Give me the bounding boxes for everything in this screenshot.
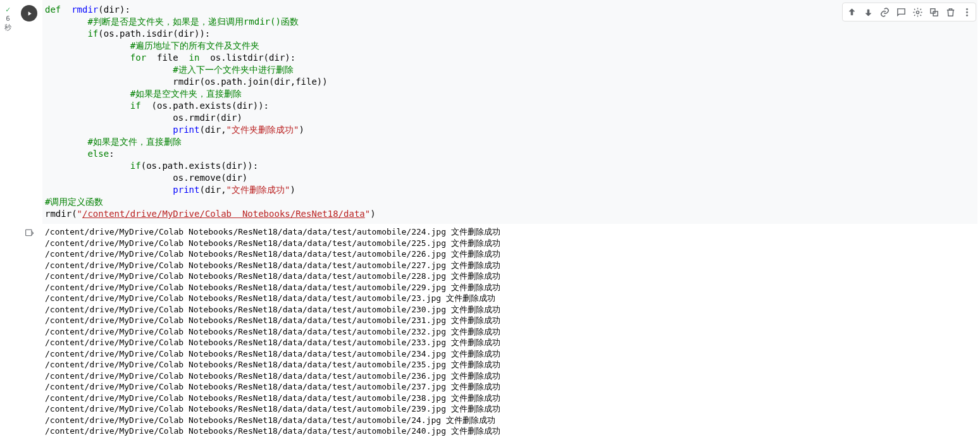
check-icon: ✓ <box>6 5 10 14</box>
exec-duration: 6 <box>6 15 10 23</box>
move-up-button[interactable] <box>843 4 860 20</box>
comment-button[interactable] <box>893 4 909 20</box>
move-down-button[interactable] <box>860 4 876 20</box>
output-section: /content/drive/MyDrive/Colab Notebooks/R… <box>0 224 980 437</box>
cell-toolbar <box>842 3 976 21</box>
output-toggle-icon[interactable] <box>24 228 34 240</box>
code-editor[interactable]: def rmdir(dir): #判断是否是文件夹，如果是，递归调用rmdir(… <box>42 0 977 224</box>
status-gutter: ✓ 6 秒 <box>0 0 16 224</box>
run-cell-button[interactable] <box>21 5 37 21</box>
svg-point-4 <box>966 11 967 13</box>
delete-button[interactable] <box>942 4 958 20</box>
svg-point-5 <box>966 15 967 16</box>
svg-point-0 <box>916 11 919 13</box>
svg-point-3 <box>966 8 967 9</box>
svg-rect-6 <box>26 230 32 235</box>
exec-duration-unit: 秒 <box>4 23 11 32</box>
code-cell: ✓ 6 秒 def rmdir(dir): #判断是否是文件夹，如果是，递归调用… <box>0 0 980 224</box>
exec-column <box>16 0 42 224</box>
link-button[interactable] <box>876 4 893 20</box>
mirror-button[interactable] <box>926 4 942 20</box>
more-button[interactable] <box>958 4 975 20</box>
output-gutter <box>0 224 16 437</box>
output-icon-column <box>16 224 42 437</box>
output-area[interactable]: /content/drive/MyDrive/Colab Notebooks/R… <box>42 224 980 437</box>
settings-button[interactable] <box>909 4 926 20</box>
